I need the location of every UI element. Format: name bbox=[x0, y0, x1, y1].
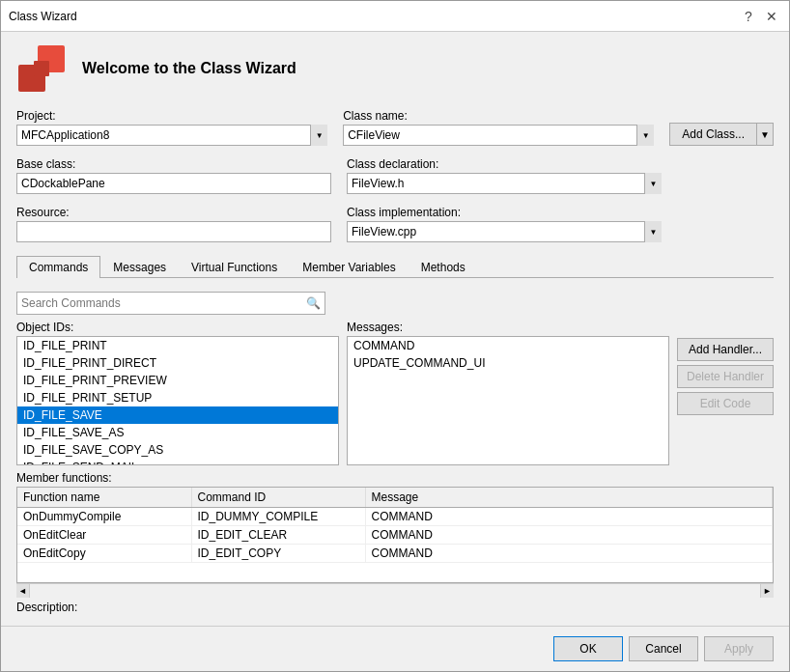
tab-messages[interactable]: Messages bbox=[100, 256, 179, 278]
wizard-title: Welcome to the Class Wizard bbox=[82, 60, 296, 77]
tab-methods[interactable]: Methods bbox=[409, 256, 478, 278]
close-button[interactable]: ✕ bbox=[762, 7, 781, 26]
func-name: OnDummyCompile bbox=[17, 508, 191, 526]
base-class-field-group: Base class: bbox=[16, 157, 331, 194]
header-section: Welcome to the Class Wizard bbox=[16, 43, 774, 94]
cancel-button[interactable]: Cancel bbox=[629, 636, 698, 661]
tab-commands[interactable]: Commands bbox=[16, 256, 100, 278]
col-header-function: Function name bbox=[17, 488, 191, 508]
ok-button[interactable]: OK bbox=[553, 636, 623, 661]
search-icon: 🔍 bbox=[306, 296, 321, 310]
description-section: Description: bbox=[16, 601, 774, 614]
class-wizard-window: Class Wizard ? ✕ Welcome to the Class Wi… bbox=[0, 0, 790, 672]
description-label: Description: bbox=[16, 601, 77, 614]
project-select[interactable]: MFCApplication8 bbox=[16, 125, 327, 146]
resource-input[interactable] bbox=[16, 221, 331, 242]
project-label: Project: bbox=[16, 109, 327, 123]
func-name: OnEditCopy bbox=[17, 545, 191, 563]
class-name-field-group: Class name: CFileView ▼ bbox=[343, 109, 654, 146]
member-functions-table-container[interactable]: Function name Command ID Message OnDummy… bbox=[16, 487, 774, 583]
add-handler-button[interactable]: Add Handler... bbox=[677, 338, 774, 361]
member-functions-label: Member functions: bbox=[16, 471, 774, 485]
right-buttons: Add Handler... Delete Handler Edit Code bbox=[677, 321, 774, 465]
msg: COMMAND bbox=[365, 508, 773, 526]
resource-field-group: Resource: bbox=[16, 206, 331, 242]
table-row[interactable]: OnEditClear ID_EDIT_CLEAR COMMAND bbox=[17, 526, 773, 545]
add-class-dropdown-button[interactable]: ▼ bbox=[756, 123, 774, 146]
class-impl-select[interactable]: FileView.cpp bbox=[347, 221, 662, 242]
resource-label: Resource: bbox=[16, 206, 331, 219]
list-item[interactable]: ID_FILE_PRINT_PREVIEW bbox=[17, 372, 338, 389]
search-bar: 🔍 bbox=[16, 292, 325, 315]
list-item[interactable]: ID_FILE_SEND_MAIL bbox=[17, 459, 338, 465]
class-decl-label: Class declaration: bbox=[347, 157, 662, 171]
add-class-button[interactable]: Add Class... bbox=[669, 123, 756, 146]
msg: COMMAND bbox=[365, 526, 773, 545]
scroll-right-button[interactable]: ► bbox=[760, 584, 774, 598]
messages-list[interactable]: COMMAND UPDATE_COMMAND_UI bbox=[347, 336, 669, 465]
tab-member-variables[interactable]: Member Variables bbox=[290, 256, 408, 278]
cmd-id: ID_DUMMY_COMPILE bbox=[191, 508, 365, 526]
class-decl-field-group: Class declaration: FileView.h ▼ bbox=[347, 157, 662, 194]
list-item[interactable]: COMMAND bbox=[348, 337, 668, 354]
list-item[interactable]: ID_FILE_PRINT_SETUP bbox=[17, 389, 338, 406]
list-item[interactable]: ID_FILE_PRINT bbox=[17, 337, 338, 354]
object-ids-label: Object IDs: bbox=[16, 321, 339, 334]
content-area: Welcome to the Class Wizard Project: MFC… bbox=[1, 32, 789, 626]
member-functions-section: Member functions: Function name Command … bbox=[16, 471, 774, 597]
scroll-left-button[interactable]: ◄ bbox=[16, 584, 30, 598]
class-impl-field-group: Class implementation: FileView.cpp ▼ bbox=[347, 206, 662, 242]
list-item[interactable]: ID_FILE_SAVE_COPY_AS bbox=[17, 441, 338, 459]
col-header-command: Command ID bbox=[191, 488, 365, 508]
scroll-track bbox=[30, 584, 760, 598]
footer: OK Cancel Apply bbox=[1, 626, 789, 671]
base-class-label: Base class: bbox=[16, 157, 331, 171]
cmd-id: ID_EDIT_CLEAR bbox=[191, 526, 365, 545]
delete-handler-button[interactable]: Delete Handler bbox=[677, 365, 774, 388]
base-class-input[interactable] bbox=[16, 173, 331, 194]
list-item[interactable]: UPDATE_COMMAND_UI bbox=[348, 354, 668, 372]
object-ids-pane: Object IDs: ID_FILE_PRINT ID_FILE_PRINT_… bbox=[16, 321, 339, 465]
svg-rect-2 bbox=[34, 61, 49, 76]
titlebar-left: Class Wizard bbox=[9, 10, 77, 23]
titlebar-title: Class Wizard bbox=[9, 10, 77, 23]
apply-button[interactable]: Apply bbox=[704, 636, 774, 661]
titlebar: Class Wizard ? ✕ bbox=[1, 1, 789, 32]
func-name: OnEditClear bbox=[17, 526, 191, 545]
msg: COMMAND bbox=[365, 545, 773, 563]
wizard-icon bbox=[16, 43, 67, 94]
col-header-message: Message bbox=[365, 488, 773, 508]
tab-virtual-functions[interactable]: Virtual Functions bbox=[179, 256, 290, 278]
list-item[interactable]: ID_FILE_SAVE_AS bbox=[17, 424, 338, 441]
member-functions-table: Function name Command ID Message OnDummy… bbox=[17, 488, 773, 563]
messages-label: Messages: bbox=[347, 321, 669, 334]
class-decl-select[interactable]: FileView.h bbox=[347, 173, 662, 194]
search-input[interactable] bbox=[21, 296, 306, 310]
cmd-id: ID_EDIT_COPY bbox=[191, 545, 365, 563]
edit-code-button[interactable]: Edit Code bbox=[677, 392, 774, 415]
titlebar-controls: ? ✕ bbox=[739, 7, 781, 26]
class-name-label: Class name: bbox=[343, 109, 654, 123]
list-item-selected[interactable]: ID_FILE_SAVE bbox=[17, 406, 338, 424]
horizontal-scrollbar[interactable]: ◄ ► bbox=[16, 583, 774, 597]
table-row[interactable]: OnDummyCompile ID_DUMMY_COMPILE COMMAND bbox=[17, 508, 773, 526]
class-name-select[interactable]: CFileView bbox=[343, 125, 654, 146]
list-item[interactable]: ID_FILE_PRINT_DIRECT bbox=[17, 354, 338, 372]
table-row[interactable]: OnEditCopy ID_EDIT_COPY COMMAND bbox=[17, 545, 773, 563]
help-button[interactable]: ? bbox=[739, 7, 758, 26]
object-ids-list[interactable]: ID_FILE_PRINT ID_FILE_PRINT_DIRECT ID_FI… bbox=[16, 336, 339, 465]
project-field-group: Project: MFCApplication8 ▼ bbox=[16, 109, 327, 146]
class-impl-label: Class implementation: bbox=[347, 206, 662, 219]
commands-section: 🔍 Object IDs: ID_FILE_PRINT ID_FILE_PRIN… bbox=[16, 292, 774, 614]
tabs-bar: Commands Messages Virtual Functions Memb… bbox=[16, 256, 774, 278]
add-class-split-button: Add Class... ▼ bbox=[669, 123, 774, 146]
messages-pane: Messages: COMMAND UPDATE_COMMAND_UI bbox=[347, 321, 669, 465]
